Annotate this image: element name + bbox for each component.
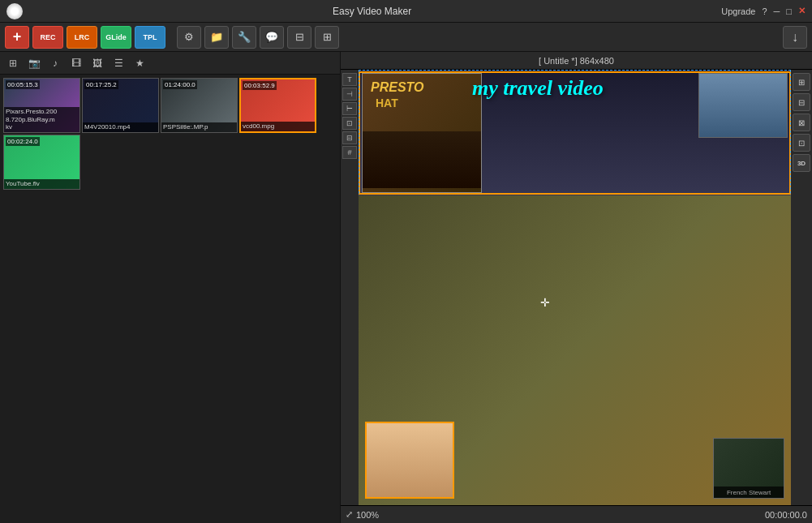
minimize-button[interactable]: ─ [774, 6, 780, 16]
zoom-level: 100% [356, 510, 379, 520]
thumbnail-item[interactable]: 01:24:00.0 PSPSiltle:.MP.p [161, 78, 238, 133]
layout-2-btn[interactable]: ⊟ [793, 93, 810, 111]
preview-footer: ⤢ 100% 00:00:00.0 [341, 505, 812, 523]
chat-btn[interactable]: 💬 [260, 26, 284, 49]
settings-btn[interactable]: ⚙ [177, 26, 201, 49]
camera-icon[interactable]: 📷 [26, 55, 42, 71]
app-icon [6, 3, 23, 19]
align-left-icon[interactable]: ⊣ [342, 88, 357, 101]
image-icon[interactable]: 🖼 [89, 55, 105, 71]
house-video-overlay[interactable]: French Stewart [713, 438, 784, 499]
blonde-video-overlay[interactable] [365, 422, 454, 499]
music-icon[interactable]: ♪ [47, 55, 63, 71]
thumbnail-grid: 00:05:15.3 Pixars.Presto.2008.720p.BluRa… [0, 75, 340, 523]
layout-3-btn[interactable]: ⊠ [793, 114, 810, 131]
layout-4-btn[interactable]: ⊡ [793, 134, 810, 152]
grid-btn[interactable]: ⊞ [315, 26, 339, 49]
3d-view-btn[interactable]: 3D [793, 154, 810, 172]
help-button[interactable]: ? [762, 6, 767, 16]
title-bar: Easy Video Maker Upgrade ? ─ □ ✕ [0, 0, 812, 23]
tool-btn[interactable]: 🔧 [232, 26, 256, 49]
guide-button[interactable]: GLide [101, 26, 131, 49]
toolbar: + REC LRC GLide TPL ⚙ 📁 🔧 💬 ⊟ ⊞ ↓ [0, 23, 812, 52]
expand-icon[interactable]: ⤢ [346, 509, 353, 520]
close-button[interactable]: ✕ [798, 6, 806, 16]
tpl-button[interactable]: TPL [135, 26, 165, 49]
app-title: Easy Video Maker [23, 6, 721, 17]
runners-overlay [698, 73, 788, 138]
crop-icon[interactable]: ⊟ [342, 131, 357, 144]
star-icon[interactable]: ★ [131, 55, 148, 71]
download-button[interactable]: ↓ [783, 26, 807, 49]
right-panel: [ Untitle *] 864x480 T ⊣ ⊢ ⊡ ⊟ # PRESTO [341, 52, 812, 523]
preview-title-info: [ Untitle *] 864x480 [539, 56, 614, 66]
folder-btn[interactable]: 📁 [204, 26, 229, 49]
film-icon[interactable]: 🎞 [68, 55, 84, 71]
add-button[interactable]: + [5, 26, 29, 49]
align-center-icon[interactable]: ⊢ [342, 102, 357, 115]
thumbnail-item[interactable]: 00:05:15.3 Pixars.Presto.2008.720p.BluRa… [3, 78, 80, 133]
preview-left-toolbar: T ⊣ ⊢ ⊡ ⊟ # [341, 70, 359, 505]
list-icon[interactable]: ☰ [110, 55, 127, 71]
playback-time: 00:00:00.0 [765, 510, 807, 520]
rec-button[interactable]: REC [32, 26, 63, 49]
media-icons-bar: ⊞ 📷 ♪ 🎞 🖼 ☰ ★ [0, 52, 340, 75]
upgrade-button[interactable]: Upgrade [721, 6, 755, 16]
preview-right-toolbar: ⊞ ⊟ ⊠ ⊡ 3D [791, 70, 812, 505]
thumbnail-item[interactable]: 00:17:25.2 M4V20010.mp4 [82, 78, 159, 133]
resize-icon[interactable]: ⊡ [342, 117, 357, 130]
main-content: ⊞ 📷 ♪ 🎞 🖼 ☰ ★ 00:05:15.3 Pixars.Presto.2… [0, 52, 812, 523]
grid-overlay-icon[interactable]: # [342, 146, 357, 159]
video-canvas: PRESTO HAT my travel video x = 75, y = 5… [359, 70, 791, 505]
preview-header: [ Untitle *] 864x480 [341, 52, 812, 70]
filter-btn[interactable]: ⊟ [287, 26, 311, 49]
left-panel: ⊞ 📷 ♪ 🎞 🖼 ☰ ★ 00:05:15.3 Pixars.Presto.2… [0, 52, 341, 523]
all-media-icon[interactable]: ⊞ [5, 55, 21, 71]
preview-area[interactable]: T ⊣ ⊢ ⊡ ⊟ # PRESTO HAT my travel [341, 70, 812, 505]
thumbnail-item[interactable]: 00:02:24.0 YouTube.flv [3, 135, 80, 190]
grid-layout-btn[interactable]: ⊞ [793, 73, 810, 91]
thumbnail-item-selected[interactable]: 00:03:52.9 vcd00.mpg [239, 78, 316, 133]
presto-overlay: PRESTO HAT [362, 73, 482, 193]
maximize-button[interactable]: □ [786, 6, 792, 16]
lrc-button[interactable]: LRC [67, 26, 97, 49]
text-tool-icon[interactable]: T [342, 73, 357, 86]
